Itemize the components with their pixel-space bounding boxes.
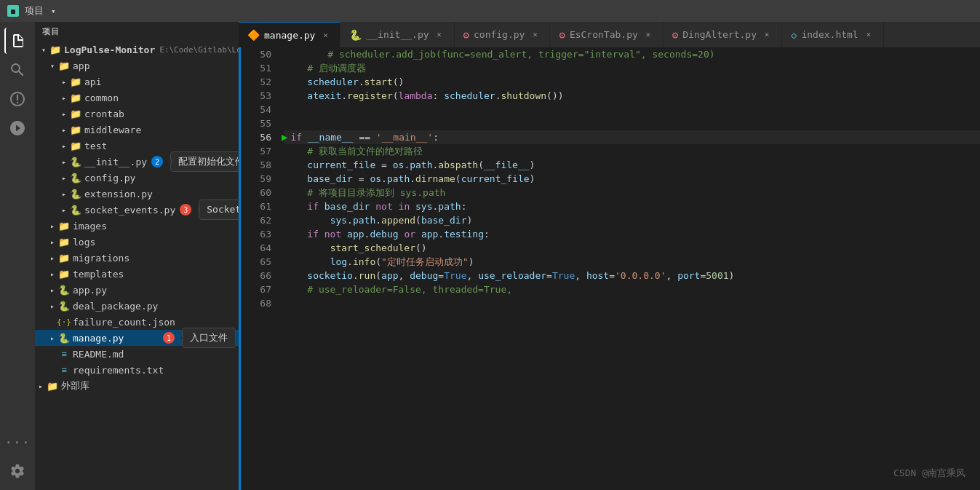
middleware-folder-icon: 📁 <box>70 124 81 135</box>
tree-label-test: test <box>84 141 236 151</box>
tree-item-deal-package-py[interactable]: 🐍 deal_package.py <box>35 298 239 314</box>
tree-item-app-py[interactable]: 🐍 app.py <box>35 282 239 298</box>
line-num-67: 67 <box>241 282 271 296</box>
tree-item-templates[interactable]: 📁 templates <box>35 266 239 282</box>
tree-arrow-root[interactable] <box>38 44 49 55</box>
tree-arrow-images[interactable] <box>47 220 58 232</box>
tree-item-socket-events-py[interactable]: 🐍 socket_events.py 3 Socket 文件内容 <box>35 202 239 218</box>
tree-arrow-templates[interactable] <box>47 268 58 280</box>
files-icon[interactable] <box>4 28 31 54</box>
tab-escrontab[interactable]: ⚙ EsCronTab.py × <box>550 22 663 47</box>
code-editor[interactable]: # scheduler.add_job(func=send_alert, tri… <box>279 47 980 490</box>
tab-label-manage: manage.py <box>264 30 315 41</box>
tree-item-logs[interactable]: 📁 logs <box>35 234 239 250</box>
line-num-59: 59 <box>241 172 271 186</box>
tree-label-migrations: migrations <box>73 253 236 264</box>
tree-label-deal-package-py: deal_package.py <box>73 301 236 312</box>
debug-icon[interactable] <box>4 115 31 141</box>
line-num-57: 57 <box>241 144 271 158</box>
api-folder-icon: 📁 <box>70 76 81 87</box>
tree-item-requirements[interactable]: ≡ requirements.txt <box>35 362 239 378</box>
tab-close-dingaltert[interactable]: × <box>761 29 773 41</box>
tab-close-escrontab[interactable]: × <box>642 29 654 41</box>
line-num-53: 53 <box>241 89 271 103</box>
tree-item-init-py[interactable]: 🐍 __init__.py 2 配置初始化文件 <box>35 154 239 170</box>
tab-label-init: __init__.py <box>366 29 429 40</box>
tab-init-py[interactable]: 🐍 __init__.py × <box>340 22 454 47</box>
tree-label-images: images <box>73 221 236 232</box>
tab-index-html[interactable]: ◇ index.html × <box>782 22 884 47</box>
tab-close-manage[interactable]: × <box>319 29 331 41</box>
app-folder-icon: 📁 <box>58 60 70 71</box>
tree-arrow-crontab[interactable] <box>58 108 70 119</box>
tree-arrow-external[interactable] <box>35 380 47 392</box>
code-line-61: if base_dir not in sys.path: <box>284 199 980 213</box>
logs-folder-icon: 📁 <box>58 236 70 248</box>
socket-badge: 3 <box>180 204 191 216</box>
app-icon: ■ <box>7 5 19 17</box>
project-title: 项目 <box>25 4 44 17</box>
line-num-68: 68 <box>241 296 271 310</box>
tree-arrow-middleware[interactable] <box>58 124 70 135</box>
tab-config-py[interactable]: ⚙ config.py × <box>455 22 551 47</box>
tree-arrow-extension[interactable] <box>58 188 70 199</box>
tree-arrow-common[interactable] <box>58 92 70 103</box>
title-arrow[interactable]: ▾ <box>51 7 56 16</box>
tree-label-requirements: requirements.txt <box>73 365 236 376</box>
tree-item-external[interactable]: 📁 外部库 <box>35 378 239 394</box>
tree-item-middleware[interactable]: 📁 middleware <box>35 122 239 138</box>
tab-manage-py[interactable]: 🔶 manage.py × <box>239 22 340 47</box>
tree-item-migrations[interactable]: 📁 migrations <box>35 250 239 266</box>
settings-icon[interactable] <box>4 458 31 484</box>
tree-item-readme[interactable]: ≡ README.md <box>35 346 239 362</box>
tree-label-middleware: middleware <box>84 125 236 135</box>
line-num-50: 50 <box>241 47 271 61</box>
tree-arrow-init[interactable] <box>58 156 70 167</box>
search-icon[interactable] <box>4 57 31 83</box>
tree-item-crontab[interactable]: 📁 crontab <box>35 106 239 122</box>
tab-close-init[interactable]: × <box>434 29 445 41</box>
tree-item-api[interactable]: 📁 api <box>35 74 239 90</box>
source-control-icon[interactable] <box>4 86 31 112</box>
activity-bar: ··· <box>0 22 35 490</box>
tree-item-config-py[interactable]: 🐍 config.py <box>35 170 239 186</box>
line-num-54: 54 <box>241 103 271 116</box>
line-num-60: 60 <box>241 186 271 199</box>
title-bar: ■ 项目 ▾ <box>0 0 980 22</box>
tree-item-images[interactable]: 📁 images <box>35 218 239 234</box>
init-tooltip: 配置初始化文件 <box>170 151 239 172</box>
tree-arrow-manage[interactable] <box>47 332 58 344</box>
tree-item-app[interactable]: 📁 app <box>35 58 239 74</box>
tree-arrow-app[interactable] <box>47 60 58 71</box>
tree-item-common[interactable]: 📁 common <box>35 90 239 106</box>
code-line-57: # 获取当前文件的绝对路径 <box>284 144 980 158</box>
tree-arrow-config[interactable] <box>58 172 70 183</box>
migrations-folder-icon: 📁 <box>58 252 70 264</box>
tree-arrow-logs[interactable] <box>47 236 58 248</box>
line-numbers: 50 51 52 53 54 55 56 57 58 59 60 61 62 6… <box>241 47 279 490</box>
tree-arrow-migrations[interactable] <box>47 252 58 264</box>
code-line-65: log.info("定时任务启动成功") <box>284 255 980 269</box>
tree-item-root[interactable]: 📁 LogPulse-Monitor E:\Code\Gitlab\LogPul… <box>35 42 239 58</box>
code-line-56: ▶ if __name__ == '__main__': <box>284 130 980 144</box>
tab-icon-manage: 🔶 <box>247 29 260 41</box>
tab-close-config[interactable]: × <box>529 29 541 41</box>
tab-dingaltert[interactable]: ⚙ DingAltert.py × <box>664 22 782 47</box>
tab-bar: 🔶 manage.py × 🐍 __init__.py × ⚙ config.p… <box>239 22 980 47</box>
more-icon[interactable]: ··· <box>4 429 31 455</box>
tree-arrow-socket[interactable] <box>58 204 70 216</box>
code-line-52: scheduler.start() <box>284 75 980 89</box>
tree-label-external: 外部库 <box>61 379 236 392</box>
tab-close-index-html[interactable]: × <box>863 29 875 41</box>
tree-label-app: app <box>73 60 236 71</box>
tree-arrow-test[interactable] <box>58 140 70 151</box>
code-line-53: atexit.register(lambda: scheduler.shutdo… <box>284 89 980 103</box>
code-line-58: current_file = os.path.abspath(__file__) <box>284 158 980 172</box>
tree-arrow-app-py[interactable] <box>47 284 58 296</box>
line-num-58: 58 <box>241 158 271 172</box>
tree-item-manage-py[interactable]: 🐍 manage.py 1 入口文件 <box>35 330 239 346</box>
tree-arrow-deal-package[interactable] <box>47 300 58 312</box>
code-line-66: socketio.run(app, debug=True, use_reload… <box>284 269 980 282</box>
socket-tooltip: Socket 文件内容 <box>199 199 239 220</box>
tree-arrow-api[interactable] <box>58 76 70 87</box>
